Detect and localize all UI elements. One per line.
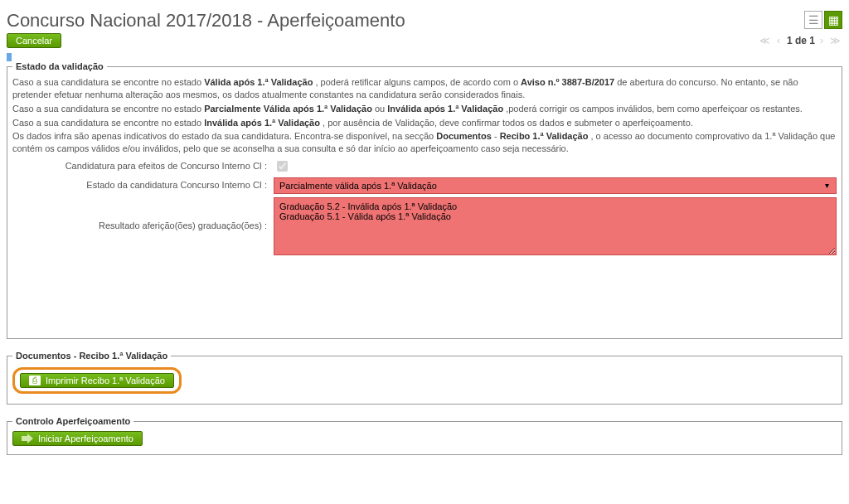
cancel-button[interactable]: Cancelar (7, 33, 61, 48)
documents-legend: Documentos - Recibo 1.ª Validação (12, 351, 171, 361)
pager-text: 1 de 1 (787, 35, 815, 46)
documents-fieldset: Documentos - Recibo 1.ª Validação ⎙ Impr… (7, 351, 842, 405)
list-view-icon[interactable]: ☰ (804, 11, 822, 29)
print-receipt-label: Imprimir Recibo 1.ª Validação (46, 376, 165, 385)
validation-paragraph-4: Os dados infra são apenas indicativos do… (12, 130, 837, 155)
estado-select-value: Parcialmente válida após 1.ª Validação (279, 181, 437, 191)
controlo-legend: Controlo Aperfeiçoamento (12, 416, 133, 426)
printer-icon: ⎙ (29, 376, 41, 385)
validation-paragraph-3: Caso a sua candidatura se encontre no es… (12, 117, 837, 129)
pager: ≪ ‹ 1 de 1 › ≫ (759, 35, 842, 46)
validation-paragraph-2: Caso a sua candidatura se encontre no es… (12, 103, 837, 115)
ci-checkbox (277, 161, 288, 172)
arrow-right-icon (22, 434, 33, 443)
start-improvement-label: Iniciar Aperfeiçoamento (38, 434, 133, 443)
pager-last-icon[interactable]: ≫ (830, 35, 842, 46)
validation-fieldset: Estado da validação Caso a sua candidatu… (7, 61, 842, 339)
highlight-annotation: ⎙ Imprimir Recibo 1.ª Validação (12, 367, 182, 394)
estado-label: Estado da candidatura Concurso Interno C… (12, 177, 274, 190)
print-receipt-button[interactable]: ⎙ Imprimir Recibo 1.ª Validação (20, 373, 174, 388)
start-improvement-button[interactable]: Iniciar Aperfeiçoamento (12, 431, 143, 446)
page-title: Concurso Nacional 2017/2018 - Aperfeiçoa… (7, 10, 405, 32)
controlo-fieldset: Controlo Aperfeiçoamento Iniciar Aperfei… (7, 416, 842, 455)
view-toggle: ☰ ▦ (804, 11, 842, 29)
pager-first-icon[interactable]: ≪ (759, 35, 772, 46)
validation-paragraph-1: Caso a sua candidatura se encontre no es… (12, 76, 837, 101)
ci-checkbox-label: Candidatura para efeitos de Concurso Int… (12, 158, 274, 171)
resultado-textarea[interactable]: Graduação 5.2 - Inválida após 1.ª Valida… (274, 197, 837, 255)
form-view-icon[interactable]: ▦ (824, 11, 842, 29)
drag-handle-icon (7, 53, 12, 61)
estado-select[interactable]: Parcialmente válida após 1.ª Validação (274, 177, 837, 194)
resultado-label: Resultado aferição(ões) graduação(ões) : (12, 197, 274, 230)
cancel-button-label: Cancelar (16, 36, 52, 46)
validation-legend: Estado da validação (12, 61, 107, 71)
pager-next-icon[interactable]: › (820, 35, 825, 46)
pager-prev-icon[interactable]: ‹ (777, 35, 782, 46)
